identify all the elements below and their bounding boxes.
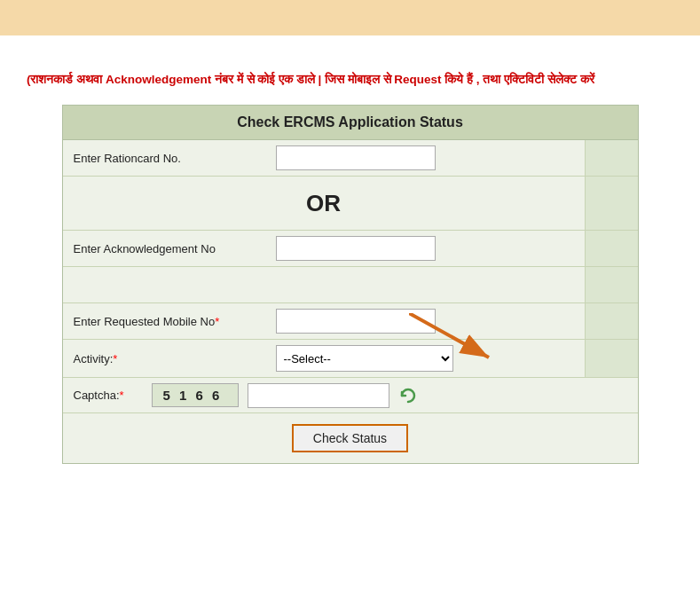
mobile-required-star: * (215, 315, 219, 328)
or-text: OR (63, 190, 585, 217)
refresh-icon[interactable] (398, 386, 418, 405)
activity-select[interactable]: --Select-- (276, 345, 453, 372)
check-status-button[interactable]: Check Status (292, 424, 408, 452)
separator-row (63, 267, 638, 303)
acknowledgement-right-box (585, 231, 638, 266)
mobile-input-area (267, 303, 585, 339)
mobile-row: Enter Requested Mobile No* (63, 303, 638, 340)
or-right-box (585, 177, 638, 230)
captcha-value: 5 1 6 6 (160, 388, 232, 403)
activity-label: Activity:* (63, 345, 267, 373)
or-row: OR (63, 177, 638, 231)
mobile-right-box (585, 303, 638, 339)
rationcard-input[interactable] (276, 145, 436, 170)
page-wrapper: (राशनकार्ड अथवा Acknowledgement नंबर में… (0, 0, 700, 597)
activity-required-star: * (113, 352, 117, 365)
instruction-text: (राशनकार्ड अथवा Acknowledgement नंबर में… (27, 71, 673, 89)
separator-right-box (585, 267, 638, 302)
captcha-row: Captcha:* 5 1 6 6 (63, 378, 638, 413)
acknowledgement-label: Enter Acknowledgement No (63, 235, 267, 263)
rationcard-label: Enter Rationcard No. (63, 145, 267, 172)
form-container: Check ERCMS Application Status Enter Rat… (62, 105, 639, 464)
captcha-required-star: * (120, 389, 124, 402)
activity-row: Activity:* --Select-- (63, 340, 638, 378)
mobile-input[interactable] (276, 309, 436, 334)
form-header: Check ERCMS Application Status (63, 106, 638, 140)
rationcard-row: Enter Rationcard No. (63, 140, 638, 177)
acknowledgement-row: Enter Acknowledgement No (63, 231, 638, 267)
acknowledgement-input[interactable] (276, 236, 436, 261)
acknowledgement-input-area (267, 231, 585, 266)
rationcard-right-box (585, 140, 638, 176)
button-row: Check Status (63, 413, 638, 463)
captcha-input[interactable] (248, 383, 389, 408)
activity-right-box (585, 340, 638, 377)
activity-select-area: --Select-- (267, 340, 585, 377)
mobile-label: Enter Requested Mobile No* (63, 308, 267, 335)
rationcard-input-area (267, 140, 585, 176)
captcha-label: Captcha:* (63, 381, 152, 409)
